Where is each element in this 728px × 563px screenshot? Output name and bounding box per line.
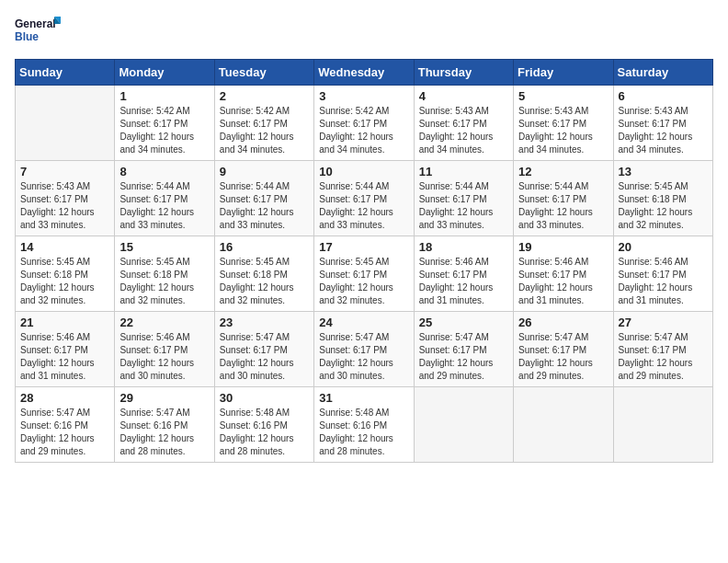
daylight-text: Daylight: 12 hours and 28 minutes. (220, 433, 294, 456)
daylight-text: Daylight: 12 hours and 33 minutes. (419, 207, 494, 230)
sunset-text: Sunset: 6:17 PM (20, 194, 88, 204)
daylight-text: Daylight: 12 hours and 32 minutes. (119, 282, 194, 305)
cell-info: Sunrise: 5:46 AM Sunset: 6:17 PM Dayligh… (518, 256, 608, 307)
calendar-week-3: 14 Sunrise: 5:45 AM Sunset: 6:18 PM Dayl… (16, 236, 713, 312)
day-number: 10 (319, 165, 408, 178)
sunrise-text: Sunrise: 5:46 AM (619, 257, 688, 267)
sunset-text: Sunset: 6:17 PM (619, 119, 687, 129)
sunrise-text: Sunrise: 5:46 AM (119, 332, 189, 342)
calendar-cell: 15 Sunrise: 5:45 AM Sunset: 6:18 PM Dayl… (115, 236, 214, 312)
sunrise-text: Sunrise: 5:46 AM (419, 257, 489, 267)
day-number: 16 (220, 240, 309, 254)
cell-info: Sunrise: 5:43 AM Sunset: 6:17 PM Dayligh… (20, 180, 109, 232)
calendar-cell: 24 Sunrise: 5:47 AM Sunset: 6:17 PM Dayl… (314, 312, 414, 387)
calendar-cell: 28 Sunrise: 5:47 AM Sunset: 6:16 PM Dayl… (16, 387, 115, 463)
weekday-header-tuesday: Tuesday (214, 60, 313, 86)
calendar-cell (414, 387, 513, 463)
day-number: 24 (319, 316, 408, 329)
calendar-cell: 29 Sunrise: 5:47 AM Sunset: 6:16 PM Dayl… (115, 387, 214, 463)
daylight-text: Daylight: 12 hours and 33 minutes. (220, 207, 294, 230)
sunrise-text: Sunrise: 5:43 AM (518, 106, 588, 116)
svg-text:General: General (15, 17, 56, 30)
calendar-cell (613, 387, 712, 463)
daylight-text: Daylight: 12 hours and 29 minutes. (419, 358, 494, 381)
day-number: 30 (220, 391, 309, 405)
day-number: 13 (619, 165, 708, 178)
calendar-cell: 31 Sunrise: 5:48 AM Sunset: 6:16 PM Dayl… (314, 387, 414, 463)
calendar-cell: 20 Sunrise: 5:46 AM Sunset: 6:17 PM Dayl… (613, 236, 712, 312)
weekday-header-saturday: Saturday (613, 60, 712, 86)
sunset-text: Sunset: 6:17 PM (419, 270, 487, 280)
daylight-text: Daylight: 12 hours and 34 minutes. (220, 132, 294, 155)
sunset-text: Sunset: 6:16 PM (119, 420, 188, 431)
sunset-text: Sunset: 6:17 PM (419, 119, 487, 129)
sunset-text: Sunset: 6:17 PM (319, 119, 387, 129)
sunset-text: Sunset: 6:17 PM (119, 119, 188, 129)
calendar-cell: 9 Sunrise: 5:44 AM Sunset: 6:17 PM Dayli… (214, 161, 313, 236)
daylight-text: Daylight: 12 hours and 34 minutes. (619, 132, 693, 155)
cell-info: Sunrise: 5:44 AM Sunset: 6:17 PM Dayligh… (220, 180, 309, 232)
calendar-table: SundayMondayTuesdayWednesdayThursdayFrid… (15, 59, 713, 463)
sunset-text: Sunset: 6:18 PM (619, 194, 687, 204)
day-number: 31 (319, 391, 408, 405)
sunset-text: Sunset: 6:17 PM (518, 345, 586, 355)
cell-info: Sunrise: 5:46 AM Sunset: 6:17 PM Dayligh… (20, 331, 109, 383)
sunrise-text: Sunrise: 5:44 AM (518, 181, 588, 191)
sunset-text: Sunset: 6:16 PM (220, 420, 288, 431)
weekday-header-row: SundayMondayTuesdayWednesdayThursdayFrid… (16, 60, 713, 86)
sunrise-text: Sunrise: 5:44 AM (319, 181, 389, 191)
cell-info: Sunrise: 5:46 AM Sunset: 6:17 PM Dayligh… (419, 256, 508, 307)
calendar-cell: 1 Sunrise: 5:42 AM Sunset: 6:17 PM Dayli… (115, 86, 214, 161)
sunrise-text: Sunrise: 5:45 AM (119, 257, 189, 267)
daylight-text: Daylight: 12 hours and 28 minutes. (119, 433, 194, 456)
sunrise-text: Sunrise: 5:42 AM (119, 106, 189, 116)
day-number: 11 (419, 165, 508, 178)
cell-info: Sunrise: 5:45 AM Sunset: 6:18 PM Dayligh… (20, 256, 109, 307)
calendar-cell: 26 Sunrise: 5:47 AM Sunset: 6:17 PM Dayl… (514, 312, 613, 387)
day-number: 3 (319, 89, 408, 103)
day-number: 26 (518, 316, 608, 329)
cell-info: Sunrise: 5:46 AM Sunset: 6:17 PM Dayligh… (619, 256, 708, 307)
day-number: 19 (518, 240, 608, 254)
sunset-text: Sunset: 6:17 PM (619, 345, 687, 355)
daylight-text: Daylight: 12 hours and 34 minutes. (518, 132, 593, 155)
svg-text:Blue: Blue (15, 30, 39, 43)
cell-info: Sunrise: 5:42 AM Sunset: 6:17 PM Dayligh… (319, 105, 408, 156)
day-number: 2 (220, 89, 309, 103)
sunset-text: Sunset: 6:17 PM (319, 270, 387, 280)
calendar-cell: 13 Sunrise: 5:45 AM Sunset: 6:18 PM Dayl… (613, 161, 712, 236)
calendar-cell: 19 Sunrise: 5:46 AM Sunset: 6:17 PM Dayl… (514, 236, 613, 312)
cell-info: Sunrise: 5:42 AM Sunset: 6:17 PM Dayligh… (220, 105, 309, 156)
calendar-cell: 27 Sunrise: 5:47 AM Sunset: 6:17 PM Dayl… (613, 312, 712, 387)
sunrise-text: Sunrise: 5:48 AM (319, 408, 389, 418)
sunrise-text: Sunrise: 5:47 AM (419, 332, 489, 342)
cell-info: Sunrise: 5:47 AM Sunset: 6:16 PM Dayligh… (20, 407, 109, 458)
calendar-cell: 25 Sunrise: 5:47 AM Sunset: 6:17 PM Dayl… (414, 312, 513, 387)
cell-info: Sunrise: 5:43 AM Sunset: 6:17 PM Dayligh… (619, 105, 708, 156)
sunrise-text: Sunrise: 5:45 AM (20, 257, 90, 267)
cell-info: Sunrise: 5:47 AM Sunset: 6:17 PM Dayligh… (319, 331, 408, 383)
weekday-header-monday: Monday (115, 60, 214, 86)
cell-info: Sunrise: 5:42 AM Sunset: 6:17 PM Dayligh… (119, 105, 209, 156)
calendar-week-1: 1 Sunrise: 5:42 AM Sunset: 6:17 PM Dayli… (16, 86, 713, 161)
cell-info: Sunrise: 5:47 AM Sunset: 6:16 PM Dayligh… (119, 407, 209, 458)
day-number: 5 (518, 89, 608, 103)
cell-info: Sunrise: 5:47 AM Sunset: 6:17 PM Dayligh… (220, 331, 309, 383)
calendar-cell: 17 Sunrise: 5:45 AM Sunset: 6:17 PM Dayl… (314, 236, 414, 312)
cell-info: Sunrise: 5:43 AM Sunset: 6:17 PM Dayligh… (419, 105, 508, 156)
calendar-cell: 11 Sunrise: 5:44 AM Sunset: 6:17 PM Dayl… (414, 161, 513, 236)
sunrise-text: Sunrise: 5:47 AM (619, 332, 688, 342)
calendar-cell: 14 Sunrise: 5:45 AM Sunset: 6:18 PM Dayl… (16, 236, 115, 312)
daylight-text: Daylight: 12 hours and 29 minutes. (518, 358, 593, 381)
sunrise-text: Sunrise: 5:47 AM (518, 332, 588, 342)
day-number: 8 (119, 165, 209, 178)
calendar-cell: 3 Sunrise: 5:42 AM Sunset: 6:17 PM Dayli… (314, 86, 414, 161)
cell-info: Sunrise: 5:47 AM Sunset: 6:17 PM Dayligh… (518, 331, 608, 383)
calendar-body: 1 Sunrise: 5:42 AM Sunset: 6:17 PM Dayli… (16, 86, 713, 463)
sunrise-text: Sunrise: 5:43 AM (419, 106, 489, 116)
cell-info: Sunrise: 5:45 AM Sunset: 6:17 PM Dayligh… (319, 256, 408, 307)
day-number: 4 (419, 89, 508, 103)
sunset-text: Sunset: 6:18 PM (220, 270, 288, 280)
daylight-text: Daylight: 12 hours and 31 minutes. (518, 282, 593, 305)
sunrise-text: Sunrise: 5:47 AM (20, 408, 90, 418)
